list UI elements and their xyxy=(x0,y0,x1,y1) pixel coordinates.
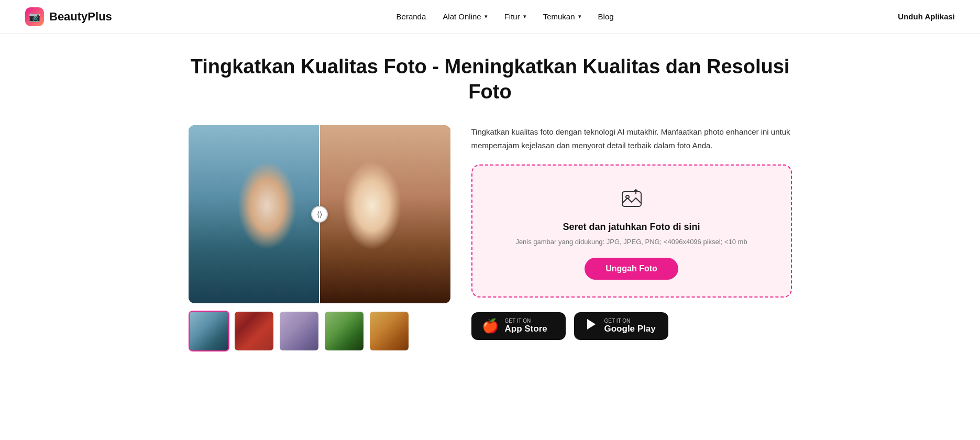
app-store-button[interactable]: 🍎 GET IT ON App Store xyxy=(471,312,566,340)
before-image xyxy=(189,125,320,303)
thumb-image-3 xyxy=(280,312,318,350)
chevron-down-icon: ▾ xyxy=(578,13,581,20)
main-content: Tingkatkan Kualitas Foto - Meningkatkan … xyxy=(176,34,805,372)
upload-icon xyxy=(485,186,778,214)
nav-blog[interactable]: Blog xyxy=(598,12,614,21)
google-play-icon xyxy=(585,317,598,335)
app-store-text: GET IT ON App Store xyxy=(505,318,547,334)
content-row: ⟨⟩ xyxy=(189,125,792,351)
thumbnail-5[interactable] xyxy=(369,311,410,351)
navbar: 📷 BeautyPlus Beranda Alat Online ▾ Fitur… xyxy=(0,0,980,34)
thumbnail-4[interactable] xyxy=(324,311,365,351)
nav-fitur[interactable]: Fitur ▾ xyxy=(504,12,526,21)
right-panel: Tingkatkan kualitas foto dengan teknolog… xyxy=(471,125,792,340)
google-play-text: GET IT ON Google Play xyxy=(604,318,656,334)
apple-icon: 🍎 xyxy=(482,318,499,334)
svg-marker-2 xyxy=(587,319,596,329)
description-text: Tingkatkan kualitas foto dengan teknolog… xyxy=(471,125,792,152)
thumbnail-3[interactable] xyxy=(279,311,320,351)
brand-logo[interactable]: 📷 BeautyPlus xyxy=(25,7,112,26)
thumbnail-1[interactable] xyxy=(189,311,229,351)
nav-temukan[interactable]: Temukan ▾ xyxy=(543,12,581,21)
upload-title: Seret dan jatuhkan Foto di sini xyxy=(485,222,778,233)
thumbnails xyxy=(189,311,450,351)
after-image xyxy=(320,125,450,303)
nav-links: Beranda Alat Online ▾ Fitur ▾ Temukan ▾ … xyxy=(397,12,614,21)
download-app-button[interactable]: Unduh Aplikasi xyxy=(898,12,955,21)
logo-icon: 📷 xyxy=(25,7,44,26)
upload-subtitle: Jenis gambar yang didukung: JPG, JPEG, P… xyxy=(485,237,778,247)
brand-name: BeautyPlus xyxy=(49,10,112,24)
thumb-image-4 xyxy=(325,312,364,350)
svg-rect-0 xyxy=(622,192,641,206)
nav-beranda[interactable]: Beranda xyxy=(397,12,426,21)
image-before xyxy=(189,125,320,303)
google-play-button[interactable]: GET IT ON Google Play xyxy=(574,312,668,340)
page-title: Tingkatkan Kualitas Foto - Meningkatkan … xyxy=(189,54,792,104)
upload-button[interactable]: Unggah Foto xyxy=(585,258,678,280)
thumbnail-2[interactable] xyxy=(234,311,274,351)
thumb-image-2 xyxy=(235,312,273,350)
compare-handle[interactable]: ⟨⟩ xyxy=(311,206,328,223)
app-store-name: App Store xyxy=(505,324,547,334)
thumb-image-5 xyxy=(370,312,409,350)
upload-box[interactable]: Seret dan jatuhkan Foto di sini Jenis ga… xyxy=(471,164,792,298)
image-panel: ⟨⟩ xyxy=(189,125,450,351)
chevron-down-icon: ▾ xyxy=(485,13,488,20)
google-play-name: Google Play xyxy=(604,324,656,334)
nav-alat-online[interactable]: Alat Online ▾ xyxy=(443,12,487,21)
thumb-image-1 xyxy=(190,312,228,350)
image-compare-wrapper[interactable]: ⟨⟩ xyxy=(189,125,450,303)
app-store-get-it-on: GET IT ON xyxy=(505,318,547,324)
handle-icon: ⟨⟩ xyxy=(317,210,322,218)
image-after xyxy=(320,125,450,303)
chevron-down-icon: ▾ xyxy=(523,13,526,20)
app-buttons: 🍎 GET IT ON App Store GET IT ON Googl xyxy=(471,312,792,340)
google-play-get-it-on: GET IT ON xyxy=(604,318,656,324)
